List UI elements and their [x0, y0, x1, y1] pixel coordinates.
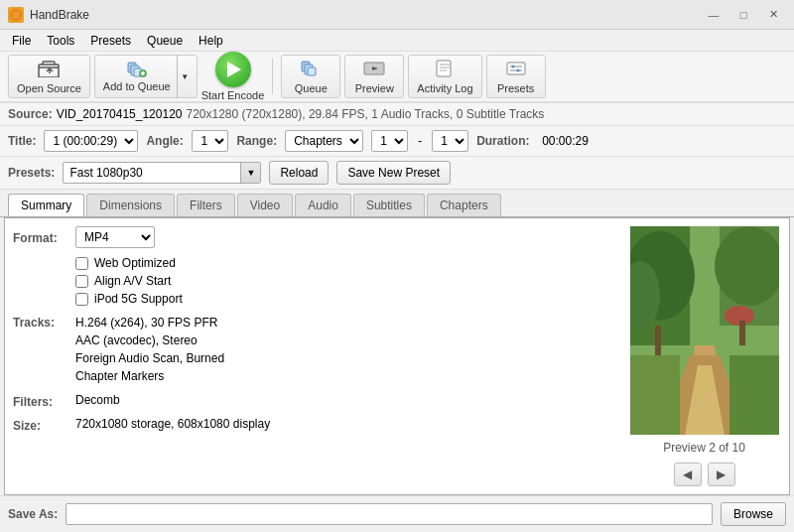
start-encode-button[interactable]	[215, 52, 251, 87]
menu-bar: File Tools Presets Queue Help	[0, 30, 794, 52]
add-to-queue-dropdown[interactable]: ▼	[177, 55, 193, 98]
tracks-value: H.264 (x264), 30 FPS PFR AAC (avcodec), …	[75, 314, 224, 385]
svg-point-19	[511, 65, 514, 67]
save-as-input[interactable]	[66, 503, 713, 525]
filters-label: Filters:	[13, 393, 67, 409]
tracks-label: Tracks:	[13, 314, 67, 330]
format-select[interactable]: MP4	[75, 226, 155, 248]
range-to-select[interactable]: 1	[432, 130, 468, 152]
tab-video[interactable]: Video	[237, 194, 293, 216]
open-source-icon	[38, 60, 60, 80]
ipod-support-row: iPod 5G Support	[75, 292, 611, 306]
format-label: Format:	[13, 229, 67, 245]
start-encode-label: Start Encode	[201, 89, 265, 101]
svg-point-1	[12, 11, 20, 19]
svg-rect-2	[39, 65, 59, 77]
add-to-queue-main[interactable]: Add to Queue	[99, 61, 175, 92]
range-from-select[interactable]: 1	[371, 130, 408, 152]
track-line-1: H.264 (x264), 30 FPS PFR	[75, 314, 224, 332]
align-av-checkbox[interactable]	[75, 275, 88, 288]
preview-button[interactable]: Preview	[344, 55, 404, 98]
tab-dimensions[interactable]: Dimensions	[86, 194, 175, 216]
open-source-button[interactable]: Open Source	[8, 55, 90, 98]
maximize-button[interactable]: □	[730, 5, 756, 25]
svg-point-20	[516, 68, 519, 71]
menu-queue[interactable]: Queue	[139, 32, 191, 50]
save-new-preset-button[interactable]: Save New Preset	[336, 161, 451, 185]
start-encode-wrapper: Start Encode	[201, 52, 265, 101]
size-label: Size:	[13, 417, 67, 433]
presets-button[interactable]: Presets	[486, 55, 546, 98]
preview-image	[630, 226, 779, 435]
format-row: Format: MP4	[13, 226, 611, 248]
svg-rect-33	[655, 326, 661, 355]
angle-select[interactable]: 1	[192, 130, 228, 152]
preview-next-button[interactable]: ▶	[708, 463, 735, 486]
summary-left-panel: Format: MP4 Web Optimized Align A/V Star…	[13, 226, 611, 486]
presets-row-label: Presets:	[8, 166, 55, 180]
angle-label: Angle:	[146, 134, 184, 148]
close-button[interactable]: ✕	[760, 5, 786, 25]
track-line-3: Foreign Audio Scan, Burned	[75, 349, 224, 367]
reload-button[interactable]: Reload	[269, 161, 329, 185]
separator-1	[272, 59, 273, 94]
web-optimized-checkbox[interactable]	[75, 257, 88, 270]
source-filename: VID_20170415_120120	[57, 107, 183, 121]
tab-audio[interactable]: Audio	[295, 194, 351, 216]
range-type-select[interactable]: Chapters	[285, 130, 363, 152]
menu-file[interactable]: File	[4, 32, 39, 50]
save-as-label: Save As:	[8, 507, 58, 521]
add-to-queue-button[interactable]: Add to Queue ▼	[94, 55, 198, 98]
save-bar: Save As: Browse	[0, 495, 794, 532]
preview-prev-button[interactable]: ◀	[674, 463, 702, 486]
title-select[interactable]: 1 (00:00:29)	[44, 130, 138, 152]
preset-dropdown-arrow[interactable]: ▼	[240, 162, 260, 184]
source-info: 720x1280 (720x1280), 29.84 FPS, 1 Audio …	[186, 107, 544, 121]
svg-rect-9	[308, 67, 316, 75]
browse-button[interactable]: Browse	[721, 502, 786, 526]
preview-label: Preview	[355, 82, 394, 94]
ipod-support-label: iPod 5G Support	[94, 292, 183, 306]
source-label: Source:	[8, 107, 53, 121]
title-row: Title: 1 (00:00:29) Angle: 1 Range: Chap…	[0, 126, 794, 157]
tab-chapters[interactable]: Chapters	[427, 194, 501, 216]
preset-value: Fast 1080p30	[64, 164, 240, 182]
range-label: Range:	[236, 134, 277, 148]
tab-subtitles[interactable]: Subtitles	[353, 194, 425, 216]
checkboxes-group: Web Optimized Align A/V Start iPod 5G Su…	[75, 256, 611, 306]
summary-right-panel: Preview 2 of 10 ◀ ▶	[627, 226, 781, 486]
menu-presets[interactable]: Presets	[82, 32, 139, 50]
toolbar: Open Source Add to Queue ▼ Start Encode	[0, 52, 794, 103]
app-icon	[8, 7, 24, 23]
range-separator: -	[418, 134, 422, 148]
add-to-queue-label: Add to Queue	[103, 80, 171, 92]
preview-image-container	[630, 226, 779, 435]
ipod-support-checkbox[interactable]	[75, 293, 88, 306]
tab-filters[interactable]: Filters	[177, 194, 235, 216]
align-av-label: Align A/V Start	[94, 274, 171, 288]
tracks-row: Tracks: H.264 (x264), 30 FPS PFR AAC (av…	[13, 314, 611, 385]
presets-label: Presets	[497, 82, 534, 94]
window-controls: — □ ✕	[701, 5, 786, 25]
open-source-label: Open Source	[17, 82, 81, 94]
queue-button[interactable]: Queue	[281, 55, 340, 98]
svg-rect-12	[437, 61, 451, 76]
tab-summary[interactable]: Summary	[8, 194, 84, 216]
play-icon	[227, 62, 241, 77]
svg-rect-32	[729, 355, 779, 435]
add-to-queue-icon	[126, 61, 148, 80]
menu-help[interactable]: Help	[191, 32, 231, 50]
svg-rect-31	[630, 355, 680, 435]
activity-log-icon	[434, 60, 456, 80]
activity-log-button[interactable]: Activity Log	[408, 55, 481, 98]
menu-tools[interactable]: Tools	[39, 32, 82, 50]
duration-label: Duration:	[476, 134, 534, 148]
minimize-button[interactable]: —	[701, 5, 727, 25]
preset-dropdown[interactable]: Fast 1080p30 ▼	[63, 162, 261, 184]
title-bar: HandBrake — □ ✕	[0, 0, 794, 30]
main-content: Format: MP4 Web Optimized Align A/V Star…	[4, 217, 790, 495]
align-av-row: Align A/V Start	[75, 274, 611, 288]
app-title: HandBrake	[30, 8, 701, 22]
preview-icon	[363, 60, 385, 80]
preview-caption: Preview 2 of 10	[663, 441, 745, 455]
